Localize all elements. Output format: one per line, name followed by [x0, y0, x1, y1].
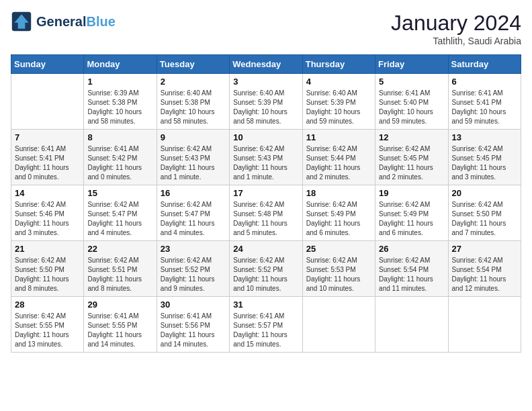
calendar-day-cell: 23Sunrise: 6:42 AM Sunset: 5:52 PM Dayli…	[157, 241, 229, 297]
calendar-day-cell: 12Sunrise: 6:42 AM Sunset: 5:45 PM Dayli…	[375, 130, 448, 185]
calendar-day-cell: 2Sunrise: 6:40 AM Sunset: 5:38 PM Daylig…	[157, 74, 229, 130]
day-number: 6	[452, 77, 517, 87]
day-number: 3	[233, 77, 298, 87]
logo-text: GeneralBlue	[36, 14, 116, 29]
calendar-day-cell	[375, 297, 448, 353]
calendar-day-cell: 7Sunrise: 6:41 AM Sunset: 5:41 PM Daylig…	[11, 130, 84, 185]
day-info: Sunrise: 6:42 AM Sunset: 5:48 PM Dayligh…	[233, 200, 298, 238]
day-number: 7	[15, 132, 80, 142]
calendar-day-cell: 26Sunrise: 6:42 AM Sunset: 5:54 PM Dayli…	[375, 241, 448, 297]
day-info: Sunrise: 6:40 AM Sunset: 5:39 PM Dayligh…	[233, 89, 298, 126]
calendar-day-cell: 29Sunrise: 6:41 AM Sunset: 5:55 PM Dayli…	[84, 297, 157, 353]
day-info: Sunrise: 6:42 AM Sunset: 5:45 PM Dayligh…	[452, 144, 517, 182]
day-number: 20	[452, 188, 517, 198]
calendar-day-cell: 25Sunrise: 6:42 AM Sunset: 5:53 PM Dayli…	[302, 241, 375, 297]
day-info: Sunrise: 6:42 AM Sunset: 5:43 PM Dayligh…	[161, 144, 226, 182]
logo-icon	[11, 11, 32, 32]
logo: GeneralBlue	[11, 11, 116, 32]
calendar-day-cell: 8Sunrise: 6:41 AM Sunset: 5:42 PM Daylig…	[84, 130, 157, 185]
calendar-day-cell: 15Sunrise: 6:42 AM Sunset: 5:47 PM Dayli…	[84, 185, 157, 241]
calendar-day-cell	[302, 297, 375, 353]
day-info: Sunrise: 6:42 AM Sunset: 5:46 PM Dayligh…	[15, 200, 80, 238]
weekday-header-row: SundayMondayTuesdayWednesdayThursdayFrid…	[11, 55, 521, 74]
day-info: Sunrise: 6:42 AM Sunset: 5:47 PM Dayligh…	[161, 200, 226, 238]
day-info: Sunrise: 6:40 AM Sunset: 5:39 PM Dayligh…	[306, 89, 371, 126]
calendar-day-cell: 4Sunrise: 6:40 AM Sunset: 5:39 PM Daylig…	[302, 74, 375, 130]
day-number: 28	[15, 300, 80, 310]
day-number: 26	[379, 244, 444, 254]
calendar-day-cell: 19Sunrise: 6:42 AM Sunset: 5:49 PM Dayli…	[375, 185, 448, 241]
day-info: Sunrise: 6:41 AM Sunset: 5:40 PM Dayligh…	[379, 89, 444, 126]
day-info: Sunrise: 6:42 AM Sunset: 5:49 PM Dayligh…	[379, 200, 444, 238]
calendar-day-cell: 24Sunrise: 6:42 AM Sunset: 5:52 PM Dayli…	[230, 241, 302, 297]
day-info: Sunrise: 6:42 AM Sunset: 5:53 PM Dayligh…	[306, 256, 371, 293]
weekday-header-cell: Sunday	[11, 55, 84, 74]
calendar-day-cell: 28Sunrise: 6:42 AM Sunset: 5:55 PM Dayli…	[11, 297, 84, 353]
day-info: Sunrise: 6:42 AM Sunset: 5:47 PM Dayligh…	[87, 200, 152, 238]
day-info: Sunrise: 6:42 AM Sunset: 5:54 PM Dayligh…	[379, 256, 444, 293]
day-number: 30	[161, 300, 226, 310]
calendar-day-cell: 20Sunrise: 6:42 AM Sunset: 5:50 PM Dayli…	[448, 185, 521, 241]
month-title: January 2024	[391, 11, 521, 36]
calendar-day-cell: 3Sunrise: 6:40 AM Sunset: 5:39 PM Daylig…	[230, 74, 302, 130]
calendar-day-cell: 1Sunrise: 6:39 AM Sunset: 5:38 PM Daylig…	[84, 74, 157, 130]
day-info: Sunrise: 6:42 AM Sunset: 5:55 PM Dayligh…	[15, 312, 80, 349]
day-info: Sunrise: 6:42 AM Sunset: 5:49 PM Dayligh…	[306, 200, 371, 238]
day-info: Sunrise: 6:42 AM Sunset: 5:52 PM Dayligh…	[161, 256, 226, 293]
weekday-header-cell: Thursday	[302, 55, 375, 74]
calendar-day-cell: 13Sunrise: 6:42 AM Sunset: 5:45 PM Dayli…	[448, 130, 521, 185]
day-number: 18	[306, 188, 371, 198]
day-number: 12	[379, 132, 444, 142]
calendar-day-cell: 11Sunrise: 6:42 AM Sunset: 5:44 PM Dayli…	[302, 130, 375, 185]
calendar-day-cell: 17Sunrise: 6:42 AM Sunset: 5:48 PM Dayli…	[230, 185, 302, 241]
day-info: Sunrise: 6:41 AM Sunset: 5:55 PM Dayligh…	[87, 312, 152, 349]
calendar-day-cell	[448, 297, 521, 353]
calendar-day-cell: 31Sunrise: 6:41 AM Sunset: 5:57 PM Dayli…	[230, 297, 302, 353]
calendar-day-cell: 16Sunrise: 6:42 AM Sunset: 5:47 PM Dayli…	[157, 185, 229, 241]
day-info: Sunrise: 6:42 AM Sunset: 5:44 PM Dayligh…	[306, 144, 371, 182]
calendar-week-row: 21Sunrise: 6:42 AM Sunset: 5:50 PM Dayli…	[11, 241, 521, 297]
day-info: Sunrise: 6:41 AM Sunset: 5:41 PM Dayligh…	[452, 89, 517, 126]
weekday-header-cell: Wednesday	[230, 55, 302, 74]
day-number: 1	[87, 77, 152, 87]
calendar-week-row: 7Sunrise: 6:41 AM Sunset: 5:41 PM Daylig…	[11, 130, 521, 185]
calendar-body: 1Sunrise: 6:39 AM Sunset: 5:38 PM Daylig…	[11, 74, 521, 353]
location: Tathlith, Saudi Arabia	[391, 36, 521, 46]
weekday-header-cell: Friday	[375, 55, 448, 74]
day-number: 14	[15, 188, 80, 198]
day-number: 16	[161, 188, 226, 198]
calendar-day-cell	[11, 74, 84, 130]
day-number: 24	[233, 244, 298, 254]
day-number: 29	[87, 300, 152, 310]
day-info: Sunrise: 6:42 AM Sunset: 5:45 PM Dayligh…	[379, 144, 444, 182]
day-number: 2	[161, 77, 226, 87]
calendar-week-row: 28Sunrise: 6:42 AM Sunset: 5:55 PM Dayli…	[11, 297, 521, 353]
calendar-day-cell: 30Sunrise: 6:41 AM Sunset: 5:56 PM Dayli…	[157, 297, 229, 353]
day-number: 5	[379, 77, 444, 87]
day-info: Sunrise: 6:41 AM Sunset: 5:41 PM Dayligh…	[15, 144, 80, 182]
weekday-header-cell: Tuesday	[157, 55, 229, 74]
day-number: 31	[233, 300, 298, 310]
calendar-day-cell: 21Sunrise: 6:42 AM Sunset: 5:50 PM Dayli…	[11, 241, 84, 297]
calendar-week-row: 1Sunrise: 6:39 AM Sunset: 5:38 PM Daylig…	[11, 74, 521, 130]
calendar-day-cell: 27Sunrise: 6:42 AM Sunset: 5:54 PM Dayli…	[448, 241, 521, 297]
day-info: Sunrise: 6:42 AM Sunset: 5:52 PM Dayligh…	[233, 256, 298, 293]
calendar-table: SundayMondayTuesdayWednesdayThursdayFrid…	[11, 54, 521, 353]
day-number: 13	[452, 132, 517, 142]
day-info: Sunrise: 6:42 AM Sunset: 5:43 PM Dayligh…	[233, 144, 298, 182]
day-number: 23	[161, 244, 226, 254]
calendar-day-cell: 22Sunrise: 6:42 AM Sunset: 5:51 PM Dayli…	[84, 241, 157, 297]
day-info: Sunrise: 6:42 AM Sunset: 5:54 PM Dayligh…	[452, 256, 517, 293]
calendar-day-cell: 18Sunrise: 6:42 AM Sunset: 5:49 PM Dayli…	[302, 185, 375, 241]
day-number: 17	[233, 188, 298, 198]
day-number: 21	[15, 244, 80, 254]
calendar-week-row: 14Sunrise: 6:42 AM Sunset: 5:46 PM Dayli…	[11, 185, 521, 241]
day-info: Sunrise: 6:42 AM Sunset: 5:50 PM Dayligh…	[15, 256, 80, 293]
day-number: 15	[87, 188, 152, 198]
page-header: GeneralBlue January 2024 Tathlith, Saudi…	[11, 11, 521, 46]
day-number: 25	[306, 244, 371, 254]
day-number: 19	[379, 188, 444, 198]
day-info: Sunrise: 6:41 AM Sunset: 5:42 PM Dayligh…	[87, 144, 152, 182]
calendar-day-cell: 10Sunrise: 6:42 AM Sunset: 5:43 PM Dayli…	[230, 130, 302, 185]
day-number: 22	[87, 244, 152, 254]
